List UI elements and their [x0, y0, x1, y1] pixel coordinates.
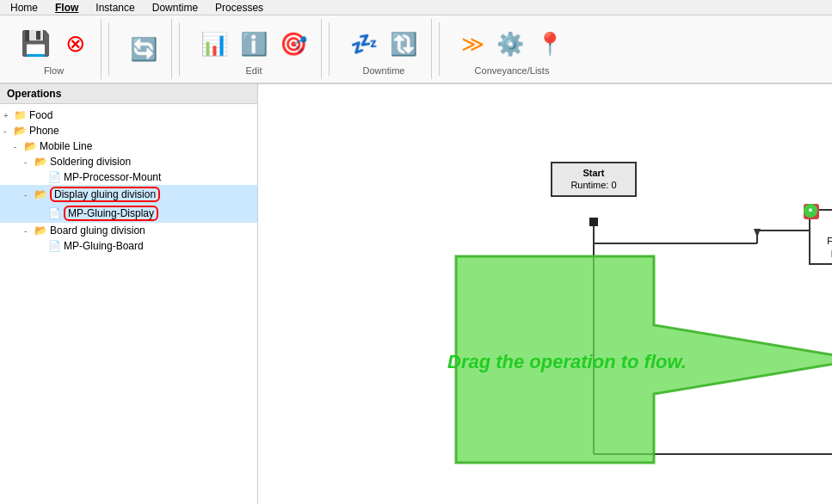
label-food: Food: [29, 109, 52, 121]
ribbon-sep-1: [108, 22, 109, 76]
label-board-gluing: Board gluing division: [50, 224, 145, 237]
sidebar-header: Operations: [0, 84, 257, 104]
label-mp-processor: MP-Processor-Mount: [64, 171, 161, 183]
conveyance-icon: ≫: [461, 33, 484, 55]
ribbon-group-conveyance: ≫ ⚙️ 📍 Conveyance/Lists: [447, 19, 577, 79]
target-icon: 🎯: [280, 33, 307, 55]
tree-item-display-gluing[interactable]: - 📂 Display gluing division: [0, 185, 257, 204]
gear-icon: ⚙️: [496, 33, 524, 55]
start-connector-sq: [589, 218, 598, 226]
toggle-soldering[interactable]: -: [24, 157, 34, 167]
transfer-icon: 🔃: [390, 33, 417, 55]
tree-item-mp-processor[interactable]: 📄 MP-Processor-Mount: [0, 169, 257, 185]
toggle-food[interactable]: +: [3, 111, 14, 120]
indicator-green-display: ●: [804, 204, 817, 218]
conveyance-button[interactable]: ≫: [457, 31, 488, 57]
sidebar: Operations + 📁 Food - 📂 Phone: [0, 84, 258, 504]
display-start-label: Display Start: [816, 223, 832, 235]
ribbon-group-refresh: 🔄: [116, 19, 172, 79]
tree-item-mp-gluing-display[interactable]: 📄 MP-Gluing-Display: [0, 204, 257, 223]
folder-icon-board-gluing: 📂: [34, 224, 47, 237]
tree-item-soldering[interactable]: - 📂 Soldering division: [0, 154, 257, 169]
tree-item-food[interactable]: + 📁 Food: [0, 108, 257, 123]
ribbon-sep-4: [439, 22, 440, 76]
label-mobile-line: Mobile Line: [40, 140, 92, 152]
refresh-button[interactable]: 🔄: [126, 36, 161, 62]
node-start-runtime: Runtime: 0: [558, 179, 630, 191]
svg-marker-13: [754, 229, 761, 237]
stop-button[interactable]: ⊗: [59, 30, 90, 58]
file-icon-mp-gluing: 📄: [48, 207, 61, 219]
label-display-gluing: Display gluing division: [50, 187, 160, 202]
menu-downtime[interactable]: Downtime: [149, 2, 201, 14]
target-button[interactable]: 🎯: [276, 31, 311, 57]
ribbon-group-edit: 📊 ℹ️ 🎯 Edit: [187, 19, 322, 79]
folder-icon-phone: 📂: [14, 125, 27, 137]
label-soldering: Soldering division: [50, 156, 131, 168]
save-icon: 💾: [21, 32, 51, 56]
folder-icon-display-gluing: 📂: [34, 188, 47, 200]
main-layout: Operations + 📁 Food - 📂 Phone: [0, 84, 832, 504]
stop-icon: ⊗: [65, 32, 85, 56]
tree-item-mobile-line[interactable]: - 📂 Mobile Line: [0, 138, 257, 154]
node-display-start[interactable]: ● ✕ Display Start FWD: Individual Runtim…: [809, 209, 832, 265]
ribbon-edit-label: Edit: [246, 65, 262, 79]
ribbon-sep-3: [329, 22, 330, 76]
tree-container: + 📁 Food - 📂 Phone - 📂 Mobile Line: [0, 104, 257, 504]
ribbon-flow-label: Flow: [44, 65, 64, 79]
info-icon: ℹ️: [240, 33, 268, 55]
display-start-fwd: FWD: Individual: [816, 235, 832, 247]
node-start-label: Start: [558, 167, 630, 179]
toggle-mobile-line[interactable]: -: [14, 142, 24, 151]
ribbon-conveyance-label: Conveyance/Lists: [475, 65, 550, 79]
ribbon: 💾 ⊗ Flow 🔄 📊 ℹ️ 🎯: [0, 15, 832, 84]
flow-connectors: [258, 84, 832, 504]
save-button[interactable]: 💾: [17, 30, 54, 58]
chart-icon: 📊: [200, 33, 228, 55]
folder-icon-mobile: 📂: [24, 140, 37, 152]
ribbon-group-flow: 💾 ⊗ Flow: [7, 19, 102, 79]
ribbon-sep-2: [179, 22, 180, 76]
node-start[interactable]: Start Runtime: 0: [551, 162, 637, 197]
transfer-button[interactable]: 🔃: [386, 31, 421, 57]
file-icon-mp-processor: 📄: [48, 171, 61, 183]
info-button[interactable]: ℹ️: [237, 31, 271, 57]
chart-button[interactable]: 📊: [197, 31, 231, 57]
folder-icon-food: 📁: [14, 109, 27, 121]
menu-processes[interactable]: Processes: [212, 2, 267, 14]
menu-bar: Home Flow Instance Downtime Processes: [0, 0, 832, 15]
label-mp-gluing-board: MP-Gluing-Board: [64, 240, 144, 252]
pin-icon: 📍: [536, 33, 564, 55]
display-start-runtime: Runtime: 0.00: [816, 248, 832, 260]
toggle-board-gluing[interactable]: -: [24, 226, 34, 236]
tree-item-mp-gluing-board[interactable]: 📄 MP-Gluing-Board: [0, 238, 257, 254]
svg-marker-15: [456, 256, 832, 463]
menu-flow[interactable]: Flow: [52, 2, 82, 14]
menu-instance[interactable]: Instance: [92, 2, 138, 14]
pin-button[interactable]: 📍: [533, 31, 567, 57]
folder-icon-soldering: 📂: [34, 156, 47, 168]
drag-instruction-text: Drag the operation to flow.: [447, 351, 687, 373]
refresh-icon: 🔄: [130, 38, 157, 60]
ribbon-group-downtime: 💤 🔃 Downtime: [336, 19, 432, 79]
tree-item-board-gluing[interactable]: - 📂 Board gluing division: [0, 223, 257, 238]
toggle-phone[interactable]: -: [3, 126, 14, 136]
file-icon-mp-gluing-board: 📄: [48, 240, 61, 252]
menu-home[interactable]: Home: [7, 2, 41, 14]
ribbon-downtime-label: Downtime: [363, 65, 405, 79]
flow-canvas[interactable]: Start Runtime: 0 ● ✕ Display Start FWD: …: [258, 84, 832, 504]
gear-button[interactable]: ⚙️: [493, 31, 527, 57]
sleep-button[interactable]: 💤: [347, 31, 381, 57]
label-mp-gluing-display: MP-Gluing-Display: [64, 206, 158, 221]
sleep-icon: 💤: [350, 33, 378, 55]
label-phone: Phone: [29, 125, 59, 137]
toggle-display-gluing[interactable]: -: [24, 190, 34, 200]
drag-arrow: [430, 239, 832, 480]
tree-item-phone[interactable]: - 📂 Phone: [0, 123, 257, 138]
